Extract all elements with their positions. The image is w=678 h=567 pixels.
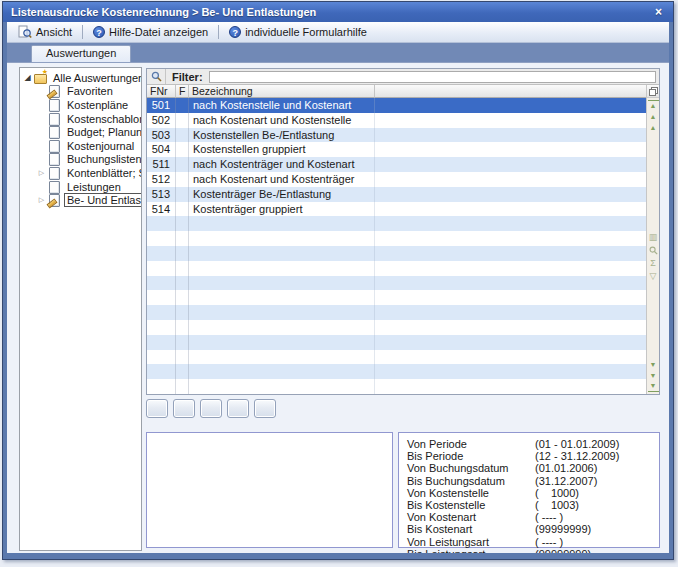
table-row[interactable]	[147, 320, 646, 335]
tree-item-label: Kostenjournal	[64, 139, 137, 153]
filter-funnel-icon[interactable]: ▽	[648, 270, 659, 283]
cell-bezeichnung	[189, 320, 375, 335]
ansicht-label: Ansicht	[36, 26, 72, 38]
tree-item-label: Kostenschablonen	[64, 112, 142, 126]
table-row[interactable]	[147, 290, 646, 305]
table-row[interactable]	[147, 305, 646, 320]
action-button[interactable]	[146, 399, 168, 418]
cell-bezeichnung: nach Kostenstelle und Kostenart	[189, 98, 375, 113]
info-line	[155, 464, 384, 477]
parameter-label: Bis Buchungsdatum	[407, 475, 535, 487]
cell-fnr	[147, 290, 176, 305]
parameter-row: Bis Periode (12 - 31.12.2009)	[407, 450, 651, 462]
table-row[interactable]: 514 Kostenträger gruppiert	[147, 202, 646, 217]
column-header-bezeichnung[interactable]: Bezeichnung	[189, 85, 375, 98]
parameter-label: Von Periode	[407, 438, 535, 450]
tree-item[interactable]: Kostenschablonen	[20, 112, 141, 126]
tree-item[interactable]: Kostenpläne	[20, 98, 141, 112]
cell-empty	[375, 246, 646, 261]
cell-empty	[375, 128, 646, 143]
title-bar: Listenausdrucke Kostenrechnung > Be- Und…	[3, 2, 673, 22]
table-row[interactable]	[147, 350, 646, 365]
sum-icon[interactable]: Σ	[648, 257, 659, 270]
tree-item[interactable]: Kostenjournal	[20, 139, 141, 153]
cell-f	[176, 202, 189, 217]
tab-auswertungen[interactable]: Auswertungen	[31, 45, 131, 62]
formularhilfe-button[interactable]: ? individuelle Formularhilfe	[222, 24, 374, 40]
search-icon[interactable]	[147, 69, 166, 84]
action-button[interactable]	[227, 399, 249, 418]
cell-bezeichnung	[189, 350, 375, 365]
table-row[interactable]	[147, 364, 646, 379]
tree-item[interactable]: ▷ Be- Und Entlastungen	[20, 193, 141, 207]
parameter-row: Bis Kostenstelle ( 1003)	[407, 499, 651, 511]
tree-item[interactable]: ◢ Alle Auswertungen	[20, 71, 141, 85]
cell-fnr	[147, 335, 176, 350]
cell-fnr	[147, 216, 176, 231]
tree-expander-icon[interactable]: ◢	[22, 72, 33, 84]
parameter-value: ( ---- )	[535, 511, 563, 523]
tree-item-icon	[47, 85, 60, 97]
column-header-f[interactable]: F	[176, 85, 189, 98]
tree-item-label: Leistungen	[64, 180, 124, 194]
action-button[interactable]	[200, 399, 222, 418]
ansicht-button[interactable]: Ansicht	[11, 23, 79, 41]
cell-empty	[375, 157, 646, 172]
app-window: Listenausdrucke Kostenrechnung > Be- Und…	[2, 1, 674, 560]
window-body: Ansicht ? Hilfe-Datei anzeigen ? individ…	[7, 22, 669, 553]
search-icon[interactable]	[648, 244, 659, 257]
cell-f	[176, 157, 189, 172]
table-row[interactable]: 511 nach Kostenträger und Kostenart	[147, 157, 646, 172]
tree-item-label: Buchungslisten	[64, 152, 142, 166]
cell-bezeichnung: nach Kostenträger und Kostenart	[189, 157, 375, 172]
scroll-page-down-icon[interactable]: ▼	[648, 370, 659, 381]
tree-item-icon	[47, 167, 60, 179]
table-row[interactable]: 512 nach Kostenart und Kostenträger	[147, 172, 646, 187]
cell-empty	[375, 142, 646, 157]
table-row[interactable]	[147, 276, 646, 291]
scroll-first-icon[interactable]: ▲	[648, 100, 659, 111]
scroll-page-up-icon[interactable]: ▲	[648, 111, 659, 122]
table-row[interactable]: 504 Kostenstellen gruppiert	[147, 142, 646, 157]
cell-fnr	[147, 364, 176, 379]
scroll-down-icon[interactable]: ▼	[648, 359, 659, 370]
table-row[interactable]: 513 Kostenträger Be-/Entlastung	[147, 187, 646, 202]
cell-fnr	[147, 231, 176, 246]
columns-icon[interactable]: ▥	[648, 231, 659, 244]
parameter-value: (01.01.2006)	[535, 462, 597, 474]
action-button[interactable]	[254, 399, 276, 418]
table-row[interactable]	[147, 216, 646, 231]
tree-item[interactable]: Buchungslisten	[20, 153, 141, 167]
table-row[interactable]	[147, 335, 646, 350]
table-row[interactable]: 502 nach Kostenart und Kostenstelle	[147, 113, 646, 128]
scroll-last-icon[interactable]: ▼	[648, 381, 659, 392]
parameter-value: (99999999)	[535, 523, 591, 535]
action-button[interactable]	[173, 399, 195, 418]
table-row[interactable]: 501 nach Kostenstelle und Kostenart	[147, 98, 646, 113]
tree-item[interactable]: Leistungen	[20, 180, 141, 194]
table-row[interactable]	[147, 261, 646, 276]
tree-item[interactable]: Budget; Planung; Prognose	[20, 125, 141, 139]
scroll-up-icon[interactable]: ▲	[648, 122, 659, 133]
table-row[interactable]	[147, 379, 646, 394]
cell-fnr	[147, 305, 176, 320]
parameter-label: Von Kostenstelle	[407, 487, 535, 499]
copy-icon[interactable]	[647, 85, 659, 98]
table-row[interactable]	[147, 246, 646, 261]
table-row[interactable]	[147, 231, 646, 246]
hilfe-datei-button[interactable]: ? Hilfe-Datei anzeigen	[86, 24, 215, 40]
tree-item[interactable]: Favoriten	[20, 85, 141, 99]
cell-fnr: 503	[147, 128, 176, 143]
info-line	[155, 451, 384, 464]
close-icon[interactable]: ×	[652, 5, 665, 19]
cell-bezeichnung	[189, 364, 375, 379]
filter-input[interactable]	[209, 71, 656, 83]
table-row[interactable]: 503 Kostenstellen Be-/Entlastung	[147, 128, 646, 143]
cell-f	[176, 231, 189, 246]
info-line	[155, 478, 384, 491]
cell-empty	[375, 231, 646, 246]
tree-item[interactable]: ▷ Kontenblätter; Saldenlisten	[20, 166, 141, 180]
column-header-fnr[interactable]: FNr	[147, 85, 176, 98]
cell-bezeichnung	[189, 216, 375, 231]
tree-expander-icon[interactable]: ▷	[36, 167, 47, 179]
